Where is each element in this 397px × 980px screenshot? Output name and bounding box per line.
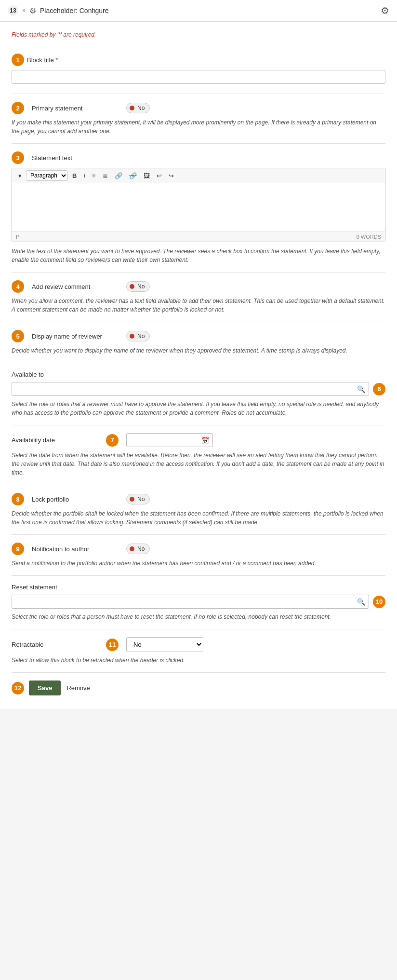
required-star: *: [55, 56, 58, 64]
date-input-wrap: 📅: [126, 433, 213, 447]
toggle-dot: [130, 106, 134, 110]
retractable-hint: Select to allow this block to be retract…: [12, 656, 385, 665]
primary-statement-row: 2 Primary statement No: [12, 102, 385, 114]
italic-btn[interactable]: I: [81, 171, 88, 181]
retractable-select[interactable]: No Yes: [126, 637, 203, 652]
format-dropdown[interactable]: ▾: [16, 171, 24, 181]
save-button[interactable]: Save: [29, 681, 61, 695]
badge-11: 11: [106, 639, 119, 651]
editor-toolbar: ▾ Paragraph B I ≡ ≣ 🔗 🔗 🖼 ↩ ↪: [12, 168, 385, 183]
retractable-section: Retractable 11 No Yes Select to allow th…: [12, 629, 385, 673]
paragraph-select[interactable]: Paragraph: [26, 170, 68, 181]
bold-btn[interactable]: B: [70, 171, 79, 181]
reset-statement-input[interactable]: [12, 595, 369, 609]
form-actions: 12 Save Remove: [12, 673, 385, 699]
word-count: 0 WORDS: [357, 234, 381, 240]
available-to-hint: Select the role or roles that a reviewer…: [12, 400, 385, 417]
bullet-list-btn[interactable]: ≡: [90, 171, 98, 181]
tab-number: 13: [8, 5, 18, 16]
display-name-row: 5 Display name of reviewer No: [12, 330, 385, 342]
statement-text-row: 3 Statement text: [12, 151, 385, 164]
lock-portfolio-toggle-label: No: [137, 496, 145, 503]
badge-2: 2: [12, 102, 24, 114]
reset-statement-input-wrap: 🔍: [12, 595, 369, 609]
badge-6: 6: [373, 383, 385, 395]
lock-portfolio-label: Lock portfolio: [32, 496, 119, 503]
editor-footer: P 0 WORDS: [12, 231, 385, 242]
required-note: Fields marked by '*' are required.: [12, 31, 385, 38]
display-name-label: Display name of reviewer: [32, 333, 119, 340]
notification-section: 9 Notification to author No Send a notif…: [12, 535, 385, 576]
form-content: Fields marked by '*' are required. 1 Blo…: [0, 22, 397, 709]
availability-date-section: Availability date 7 📅 Select the date fr…: [12, 425, 385, 485]
retractable-label: Retractable: [12, 641, 98, 648]
available-to-input-wrap: 🔍: [12, 382, 369, 396]
notification-toggle[interactable]: No: [126, 544, 150, 554]
add-review-comment-toggle-label: No: [137, 283, 145, 290]
available-to-section: Available to 🔍 6 Select the role or role…: [12, 363, 385, 425]
badge-8: 8: [12, 493, 24, 505]
statement-text-section: 3 Statement text ▾ Paragraph B I ≡ ≣ 🔗 🔗…: [12, 144, 385, 272]
block-title-row: 1 Block title *: [12, 54, 385, 66]
tab-close-icon[interactable]: ×: [22, 7, 26, 14]
lock-portfolio-toggle[interactable]: No: [126, 494, 150, 504]
add-review-comment-hint: When you allow a comment, the reviewer h…: [12, 297, 385, 314]
block-title-input[interactable]: [12, 70, 385, 84]
block-title-section: 1 Block title *: [12, 46, 385, 94]
unlink-btn[interactable]: 🔗: [127, 171, 139, 181]
editor-p-tag: P: [16, 234, 19, 240]
display-name-hint: Decide whether you want to display the n…: [12, 346, 385, 355]
badge-1: 1: [12, 54, 24, 66]
lock-portfolio-hint: Decide whether the portfolio shall be lo…: [12, 509, 385, 527]
available-to-input[interactable]: [12, 382, 369, 396]
notification-toggle-label: No: [137, 545, 145, 552]
reset-search-icon: 🔍: [357, 598, 365, 606]
redo-btn[interactable]: ↪: [166, 171, 176, 181]
statement-editor[interactable]: [12, 183, 385, 231]
statement-text-label: Statement text: [32, 154, 119, 162]
add-review-comment-toggle[interactable]: No: [126, 281, 150, 292]
primary-statement-toggle-label: No: [137, 105, 145, 111]
badge-7: 7: [106, 434, 119, 447]
page-title: Placeholder: Configure: [40, 7, 108, 14]
primary-statement-toggle[interactable]: No: [126, 103, 150, 113]
lock-portfolio-section: 8 Lock portfolio No Decide whether the p…: [12, 485, 385, 535]
badge-10: 10: [373, 596, 385, 608]
primary-statement-section: 2 Primary statement No If you make this …: [12, 94, 385, 144]
display-name-section: 5 Display name of reviewer No Decide whe…: [12, 322, 385, 363]
numbered-list-btn[interactable]: ≣: [100, 171, 110, 181]
display-name-toggle[interactable]: No: [126, 331, 150, 341]
available-to-label: Available to: [12, 371, 98, 378]
editor-container: ▾ Paragraph B I ≡ ≣ 🔗 🔗 🖼 ↩ ↪ P 0 WORDS: [12, 168, 385, 242]
reset-statement-label: Reset statement: [12, 584, 98, 591]
badge-3: 3: [12, 151, 24, 164]
availability-date-hint: Select the date from when the statement …: [12, 451, 385, 477]
image-btn[interactable]: 🖼: [141, 171, 152, 181]
notification-hint: Send a notification to the portfolio aut…: [12, 559, 385, 568]
statement-text-hint: Write the text of the statement you want…: [12, 247, 385, 264]
add-review-comment-row: 4 Add review comment No: [12, 280, 385, 293]
undo-btn[interactable]: ↩: [154, 171, 164, 181]
gear-icon[interactable]: ⚙: [381, 5, 389, 16]
reset-statement-row: Reset statement: [12, 584, 385, 591]
available-to-search-icon: 🔍: [357, 385, 365, 393]
badge-4: 4: [12, 280, 24, 293]
tab-info: 13 × ⚙ Placeholder: Configure: [8, 5, 108, 16]
available-to-row: Available to: [12, 371, 385, 378]
add-review-comment-section: 4 Add review comment No When you allow a…: [12, 272, 385, 322]
reset-statement-hint: Select the role or roles that a person m…: [12, 612, 385, 621]
settings-icon: ⚙: [29, 6, 36, 15]
review-toggle-dot: [130, 284, 134, 289]
display-name-toggle-label: No: [137, 333, 145, 340]
lock-portfolio-row: 8 Lock portfolio No: [12, 493, 385, 505]
primary-statement-hint: If you make this statement your primary …: [12, 118, 385, 136]
page-header: 13 × ⚙ Placeholder: Configure ⚙: [0, 0, 397, 22]
add-review-comment-label: Add review comment: [32, 283, 119, 290]
block-title-label: Block title *: [27, 56, 114, 64]
primary-statement-label: Primary statement: [32, 105, 119, 112]
link-btn[interactable]: 🔗: [112, 171, 125, 181]
availability-date-input[interactable]: [126, 433, 213, 447]
badge-12: 12: [12, 682, 24, 694]
reset-statement-section: Reset statement 🔍 10 Select the role or …: [12, 576, 385, 629]
remove-link[interactable]: Remove: [66, 684, 90, 692]
